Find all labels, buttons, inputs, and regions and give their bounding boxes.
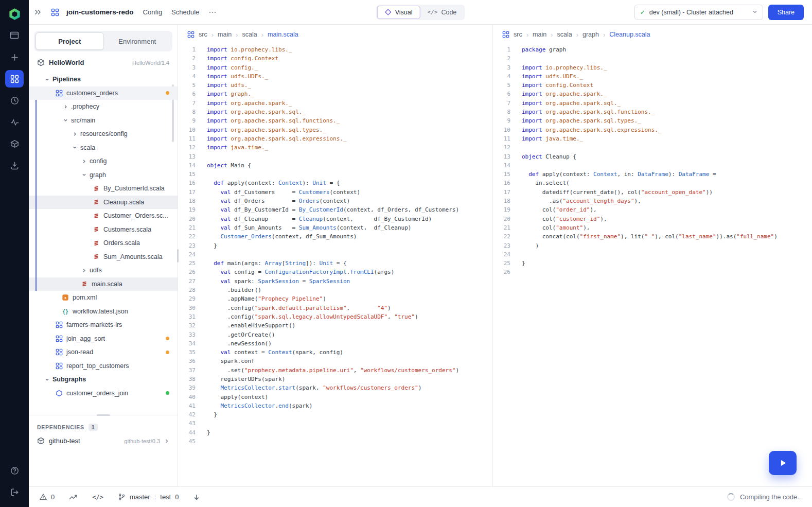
code-line[interactable]: val df_By_CustomerId = By_CustomerId(con… bbox=[207, 205, 459, 214]
code-line[interactable]: registerUDFs(spark) bbox=[207, 375, 285, 383]
code-line[interactable]: Customer_Orders(context, df_Sum_Amounts) bbox=[207, 232, 357, 241]
tree-item-cleanup-scala[interactable]: Cleanup.scala bbox=[29, 196, 178, 209]
code-line[interactable]: spark.conf bbox=[207, 357, 255, 365]
tree-item-subgraphs[interactable]: Subgraphs bbox=[29, 373, 178, 387]
tab-environment[interactable]: Environment bbox=[104, 32, 171, 50]
code-line[interactable]: def main(args: Array[String]): Unit = { bbox=[207, 259, 347, 268]
code-view-button[interactable]: </> bbox=[92, 494, 103, 501]
dependency-item[interactable]: github-test github-test/0.3 bbox=[37, 437, 169, 445]
help-icon[interactable] bbox=[5, 462, 24, 479]
cluster-select[interactable]: ✓ dev (small) - Cluster attached bbox=[634, 5, 763, 20]
code-line[interactable]: import config._ bbox=[207, 63, 258, 72]
pull-button[interactable] bbox=[193, 494, 200, 501]
breadcrumb-item[interactable]: main.scala bbox=[268, 31, 298, 38]
tree-item-scala[interactable]: scala bbox=[29, 141, 178, 155]
tree-item-customer-orders-sc[interactable]: Customer_Orders.sc... bbox=[29, 209, 178, 223]
tree-item-join-agg-sort[interactable]: join_agg_sort bbox=[29, 332, 178, 346]
code-line[interactable]: import java.time._ bbox=[522, 134, 583, 143]
code-line[interactable]: .builder() bbox=[207, 286, 261, 294]
code-line[interactable]: object Main { bbox=[207, 161, 251, 170]
code-line[interactable]: import config.Context bbox=[207, 54, 278, 63]
breadcrumb-item[interactable]: src bbox=[514, 31, 522, 38]
code-line[interactable]: import org.apache.spark.sql.functions._ bbox=[207, 116, 340, 125]
code-line[interactable]: import udfs.UDFs._ bbox=[207, 72, 268, 81]
code-line[interactable]: .as("account_length_days"), bbox=[522, 197, 641, 205]
code-line[interactable]: import udfs.UDFs._ bbox=[522, 72, 583, 81]
breadcrumb-item[interactable]: Cleanup.scala bbox=[609, 31, 650, 38]
tree-item-udfs[interactable]: udfs bbox=[29, 264, 178, 277]
code-line[interactable]: val df_Orders = Orders(context) bbox=[207, 197, 350, 205]
code-line[interactable]: col("amount"), bbox=[522, 223, 590, 232]
code-area[interactable]: 1package graph23import io.prophecy.libs.… bbox=[493, 44, 812, 486]
tree-item-workflow-latest-json[interactable]: {}workflow.latest.json bbox=[29, 305, 178, 319]
tree-item-customer-orders-join[interactable]: customer_orders_join bbox=[29, 387, 178, 400]
history-icon[interactable] bbox=[5, 92, 24, 109]
code-line[interactable]: .getOrCreate() bbox=[207, 330, 275, 339]
code-line[interactable]: import org.apache.spark.sql.functions._ bbox=[522, 108, 655, 116]
run-button[interactable] bbox=[769, 451, 797, 475]
code-line[interactable]: import io.prophecy.libs._ bbox=[522, 63, 607, 72]
breadcrumb-item[interactable]: graph bbox=[582, 31, 599, 38]
tab-project[interactable]: Project bbox=[36, 32, 104, 50]
tree-item-resources-config[interactable]: resources/config bbox=[29, 127, 178, 141]
schedule-menu-item[interactable]: Schedule bbox=[171, 8, 199, 16]
code-line[interactable]: package graph bbox=[522, 45, 566, 54]
project-header[interactable]: HelloWorld HelloWorld/1.4 bbox=[29, 56, 178, 72]
code-line[interactable]: ) bbox=[522, 241, 539, 250]
more-menu-icon[interactable]: ⋯ bbox=[208, 8, 216, 17]
chevron-right-icon[interactable] bbox=[164, 439, 169, 444]
code-line[interactable]: import org.apache.spark.sql.expressions.… bbox=[207, 134, 347, 143]
tree-item-customers-scala[interactable]: Customers.scala bbox=[29, 223, 178, 237]
code-line[interactable]: in.select( bbox=[522, 179, 570, 187]
tree-item-sum-amounts-scala[interactable]: Sum_Amounts.scala bbox=[29, 250, 178, 264]
code-line[interactable]: import org.apache.spark.sql.types._ bbox=[522, 116, 641, 125]
code-line[interactable]: MetricsCollector.end(spark) bbox=[207, 401, 312, 410]
git-branch-indicator[interactable]: master : test 0 bbox=[118, 493, 179, 501]
code-line[interactable]: import org.apache.spark.sql._ bbox=[522, 99, 621, 108]
tree-item-graph[interactable]: graph bbox=[29, 168, 178, 182]
tree-item-orders-scala[interactable]: Orders.scala bbox=[29, 236, 178, 250]
tree-item-report-top-customers[interactable]: report_top_customers bbox=[29, 359, 178, 373]
code-line[interactable]: } bbox=[207, 410, 217, 419]
code-line[interactable]: col("order_id"), bbox=[522, 205, 597, 214]
visual-mode-button[interactable]: Visual bbox=[377, 6, 420, 19]
breadcrumb-item[interactable]: main bbox=[533, 31, 546, 38]
code-line[interactable]: import graph._ bbox=[207, 90, 255, 98]
code-line[interactable]: import java.time._ bbox=[207, 143, 268, 152]
code-line[interactable]: } bbox=[207, 428, 210, 437]
code-line[interactable]: import io.prophecy.libs._ bbox=[207, 45, 292, 54]
code-line[interactable]: import org.apache.spark.sql._ bbox=[207, 108, 306, 116]
package-hub-icon[interactable] bbox=[5, 135, 24, 152]
tree-item-pom-xml[interactable]: xpom.xml bbox=[29, 291, 178, 305]
create-icon[interactable] bbox=[5, 48, 24, 66]
panel-resize-handle[interactable] bbox=[97, 414, 110, 416]
code-line[interactable]: } bbox=[522, 259, 525, 268]
code-line[interactable]: object Cleanup { bbox=[522, 152, 576, 161]
code-line[interactable]: .config("spark.default.parallelism", "4"… bbox=[207, 304, 391, 312]
code-line[interactable]: val df_Cleanup = Cleanup(context, df_By_… bbox=[207, 215, 432, 223]
tree-item-json-read[interactable]: json-read bbox=[29, 345, 178, 359]
tree-item-pipelines[interactable]: Pipelines bbox=[29, 73, 178, 86]
prophecy-logo[interactable] bbox=[5, 5, 24, 23]
code-line[interactable]: import udfs._ bbox=[207, 81, 251, 90]
tree-item-by-customerid-scala[interactable]: By_CustomerId.scala bbox=[29, 182, 178, 196]
code-line[interactable]: import org.apache.spark.sql.expressions.… bbox=[522, 126, 662, 134]
code-line[interactable]: def apply(context: Context, in: DataFram… bbox=[522, 170, 716, 179]
code-area[interactable]: 1import io.prophecy.libs._2import config… bbox=[178, 44, 492, 486]
share-button[interactable]: Share bbox=[768, 5, 804, 20]
tree-item-config[interactable]: config bbox=[29, 154, 178, 168]
tree-item-farmers-markets-irs[interactable]: farmers-markets-irs bbox=[29, 318, 178, 332]
code-line[interactable]: val spark: SparkSession = SparkSession bbox=[207, 277, 350, 286]
code-line[interactable]: .newSession() bbox=[207, 339, 272, 348]
code-line[interactable]: MetricsCollector.start(spark, "workflows… bbox=[207, 383, 421, 392]
code-line[interactable]: apply(context) bbox=[207, 393, 268, 401]
tree-item-prophecy[interactable]: .prophecy bbox=[29, 100, 178, 114]
collapse-sidebar-icon[interactable] bbox=[34, 9, 42, 15]
code-line[interactable]: import org.apache.spark._ bbox=[522, 90, 607, 98]
tree-item-main-scala[interactable]: main.scala bbox=[29, 277, 178, 291]
code-line[interactable]: .enableHiveSupport() bbox=[207, 321, 295, 330]
code-line[interactable]: concat(col("first_name"), lit(" "), col(… bbox=[522, 232, 778, 241]
code-line[interactable]: .appName("Prophecy Pipeline") bbox=[207, 294, 326, 303]
code-line[interactable]: } bbox=[207, 241, 217, 250]
code-line[interactable]: val context = Context(spark, config) bbox=[207, 348, 343, 357]
